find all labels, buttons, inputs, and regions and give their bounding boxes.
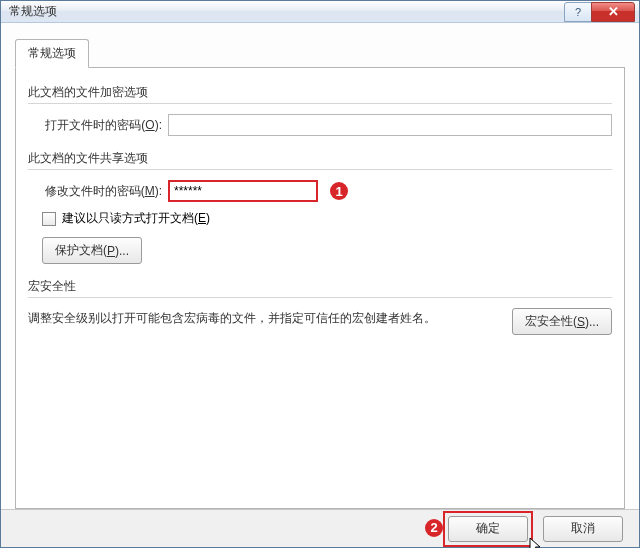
tab-general[interactable]: 常规选项 [15,39,89,68]
ok-highlight: 2 确定 [443,511,533,547]
row-readonly-recommend: 建议以只读方式打开文档(E) [42,210,612,227]
cancel-button-label: 取消 [571,520,595,537]
tabstrip: 常规选项 [15,39,625,68]
help-button[interactable]: ? [564,2,592,22]
window-title: 常规选项 [9,3,565,20]
close-button[interactable]: ✕ [591,2,635,22]
readonly-label: 建议以只读方式打开文档(E) [62,210,210,227]
dialog-general-options: 常规选项 ? ✕ 常规选项 此文档的文件加密选项 打开文件时的密码(O): [0,0,640,548]
macro-desc-text: 调整安全级别以打开可能包含宏病毒的文件，并指定可信任的宏创建者姓名。 [28,308,436,327]
close-icon: ✕ [608,4,619,19]
titlebar-buttons: ? ✕ [565,2,635,22]
cancel-button[interactable]: 取消 [543,516,623,542]
row-open-password: 打开文件时的密码(O): [28,114,612,136]
section-share: 此文档的文件共享选项 修改文件时的密码(M): 1 建议以只读方式打开文档(E) [28,150,612,264]
ok-button-label: 确定 [476,520,500,537]
section-macro: 宏安全性 调整安全级别以打开可能包含宏病毒的文件，并指定可信任的宏创建者姓名。 … [28,278,612,335]
modify-password-label: 修改文件时的密码(M): [28,183,168,200]
tab-general-label: 常规选项 [28,46,76,60]
section-share-title: 此文档的文件共享选项 [28,150,612,170]
row-modify-password: 修改文件时的密码(M): 1 [28,180,612,202]
annotation-1: 1 [330,182,348,200]
dialog-body: 常规选项 此文档的文件加密选项 打开文件时的密码(O): 此文档的文件共享选项 [1,23,639,509]
section-macro-title: 宏安全性 [28,278,612,298]
open-password-label: 打开文件时的密码(O): [28,117,168,134]
ok-button[interactable]: 确定 [448,516,528,542]
section-encrypt: 此文档的文件加密选项 打开文件时的密码(O): [28,84,612,136]
macro-security-button[interactable]: 宏安全性(S)... [512,308,612,335]
protect-doc-wrap: 保护文档(P)... [42,237,612,264]
help-icon: ? [575,6,581,18]
tabpanel-general: 此文档的文件加密选项 打开文件时的密码(O): 此文档的文件共享选项 修改文件时… [15,67,625,509]
open-password-input[interactable] [168,114,612,136]
annotation-2: 2 [425,519,443,537]
titlebar: 常规选项 ? ✕ [1,1,639,23]
dialog-footer: 2 确定 取消 [1,509,639,547]
protect-document-button[interactable]: 保护文档(P)... [42,237,142,264]
row-macro-desc: 调整安全级别以打开可能包含宏病毒的文件，并指定可信任的宏创建者姓名。 宏安全性(… [28,308,612,335]
modify-password-input[interactable] [168,180,318,202]
readonly-checkbox[interactable] [42,212,56,226]
cursor-icon [529,537,543,548]
section-encrypt-title: 此文档的文件加密选项 [28,84,612,104]
